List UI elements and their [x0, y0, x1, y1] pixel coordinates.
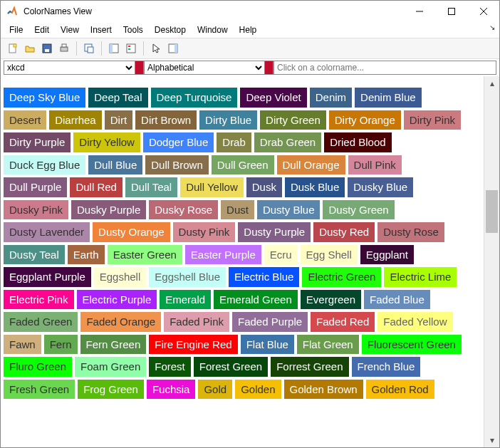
color-swatch[interactable]: Drab — [217, 132, 251, 152]
legend-button[interactable] — [123, 41, 139, 56]
color-swatch[interactable]: Faded Yellow — [377, 312, 452, 332]
color-swatch[interactable]: Dirty Yellow — [73, 132, 140, 152]
color-swatch[interactable]: Flat Blue — [241, 335, 294, 355]
color-swatch[interactable]: Faded Orange — [80, 312, 161, 332]
color-swatch[interactable]: Forest Green — [194, 357, 268, 377]
color-swatch[interactable]: Dusty Orange — [93, 222, 170, 242]
menu-tools[interactable]: Tools — [118, 23, 149, 37]
status-input[interactable] — [274, 61, 496, 75]
menu-edit[interactable]: Edit — [28, 23, 55, 37]
scroll-up-icon[interactable]: ▴ — [484, 76, 499, 90]
color-swatch[interactable]: Electric Lime — [384, 267, 457, 287]
color-swatch[interactable]: Electric Purple — [77, 290, 157, 310]
color-swatch[interactable]: Dirt Brown — [135, 110, 197, 130]
color-swatch[interactable]: Eggshell — [94, 267, 147, 287]
color-swatch[interactable]: Dirt — [105, 110, 132, 130]
menu-desktop[interactable]: Desktop — [149, 23, 192, 37]
color-swatch[interactable]: Dusky Rose — [149, 200, 218, 220]
color-swatch[interactable]: Frog Green — [78, 380, 144, 400]
color-swatch[interactable]: Dusty Green — [323, 200, 394, 220]
color-swatch[interactable]: Flat Green — [297, 335, 359, 355]
color-swatch[interactable]: Forest — [149, 357, 191, 377]
color-swatch[interactable]: Dirty Blue — [199, 110, 257, 130]
color-swatch[interactable]: Denim Blue — [355, 88, 422, 108]
color-swatch[interactable]: Dull Brown — [145, 155, 209, 175]
color-swatch[interactable]: Eggplant — [360, 245, 414, 265]
color-swatch[interactable]: Foam Green — [75, 357, 146, 377]
color-swatch[interactable]: Dodger Blue — [143, 132, 214, 152]
print-button[interactable] — [56, 41, 72, 56]
color-swatch[interactable]: Emerald Green — [214, 290, 298, 310]
color-swatch[interactable]: Diarrhea — [49, 110, 102, 130]
color-swatch[interactable]: Fern Green — [80, 335, 147, 355]
toolbar-overflow-icon[interactable]: ↘ — [489, 24, 495, 31]
color-swatch[interactable]: Desert — [4, 110, 46, 130]
color-swatch[interactable]: Dull Orange — [277, 155, 345, 175]
color-swatch[interactable]: Fresh Green — [4, 380, 75, 400]
color-swatch[interactable]: Dusty Red — [313, 222, 375, 242]
color-swatch[interactable]: Dusk Blue — [285, 177, 345, 197]
color-swatch[interactable]: Deep Sky Blue — [4, 88, 85, 108]
color-swatch[interactable]: Dusk — [246, 177, 282, 197]
palette-select[interactable]: xkcd — [4, 61, 135, 75]
color-swatch[interactable]: Fawn — [4, 335, 41, 355]
color-swatch[interactable]: Faded Purple — [232, 312, 308, 332]
color-swatch[interactable]: Electric Pink — [4, 290, 74, 310]
color-swatch[interactable]: Dirty Pink — [404, 110, 461, 130]
color-swatch[interactable]: Deep Violet — [240, 88, 306, 108]
save-button[interactable] — [39, 41, 55, 56]
sort-select[interactable]: Alphabetical — [144, 61, 265, 75]
color-swatch[interactable]: Golden Rod — [366, 380, 434, 400]
color-swatch[interactable]: French Blue — [352, 357, 421, 377]
color-swatch[interactable]: Egg Shell — [301, 245, 358, 265]
color-swatch[interactable]: Faded Pink — [164, 312, 229, 332]
color-swatch[interactable]: Electric Green — [302, 267, 381, 287]
color-swatch[interactable]: Fire Engine Red — [149, 335, 237, 355]
color-swatch[interactable]: Faded Green — [4, 312, 78, 332]
color-swatch[interactable]: Gold — [198, 380, 232, 400]
color-swatch[interactable]: Dull Blue — [88, 155, 142, 175]
color-swatch[interactable]: Dusky Pink — [4, 200, 68, 220]
vertical-scrollbar[interactable]: ▴ ▾ — [484, 76, 499, 447]
color-swatch[interactable]: Dull Pink — [348, 155, 402, 175]
menu-file[interactable]: File — [4, 23, 28, 37]
maximize-button[interactable] — [435, 1, 467, 22]
color-swatch[interactable]: Deep Teal — [88, 88, 147, 108]
dock-button[interactable] — [81, 41, 97, 56]
color-swatch[interactable]: Dust — [221, 200, 254, 220]
color-swatch[interactable]: Evergreen — [301, 290, 361, 310]
menu-insert[interactable]: Insert — [85, 23, 118, 37]
color-swatch[interactable]: Deep Turquoise — [151, 88, 238, 108]
color-swatch[interactable]: Eggshell Blue — [149, 267, 226, 287]
color-swatch[interactable]: Dull Yellow — [180, 177, 244, 197]
color-swatch[interactable]: Dusty Blue — [257, 200, 321, 220]
color-swatch[interactable]: Dirty Orange — [329, 110, 401, 130]
color-swatch[interactable]: Fuchsia — [147, 380, 196, 400]
color-swatch[interactable]: Dirty Green — [260, 110, 326, 130]
color-swatch[interactable]: Drab Green — [254, 132, 321, 152]
color-swatch[interactable]: Dried Blood — [324, 132, 391, 152]
color-swatch[interactable]: Dirty Purple — [4, 132, 71, 152]
color-swatch[interactable]: Dusty Pink — [173, 222, 236, 242]
color-swatch[interactable]: Emerald — [160, 290, 211, 310]
color-swatch[interactable]: Easter Green — [108, 245, 182, 265]
colorbar-button[interactable] — [165, 41, 181, 56]
menu-window[interactable]: Window — [192, 23, 234, 37]
color-swatch[interactable]: Faded Red — [311, 312, 375, 332]
color-swatch[interactable]: Dusty Lavender — [4, 222, 90, 242]
color-swatch[interactable]: Eggplant Purple — [4, 267, 91, 287]
color-swatch[interactable]: Earth — [68, 245, 105, 265]
color-swatch[interactable]: Dull Teal — [125, 177, 177, 197]
color-swatch[interactable]: Fluro Green — [4, 357, 72, 377]
new-file-button[interactable] — [5, 41, 21, 56]
minimize-button[interactable] — [403, 1, 435, 22]
scroll-down-icon[interactable]: ▾ — [484, 433, 499, 447]
color-swatch[interactable]: Dull Green — [212, 155, 274, 175]
color-swatch[interactable]: Dusty Purple — [238, 222, 311, 242]
color-swatch[interactable]: Electric Blue — [229, 267, 299, 287]
open-file-button[interactable] — [22, 41, 38, 56]
close-button[interactable] — [467, 1, 499, 22]
color-swatch[interactable]: Easter Purple — [185, 245, 261, 265]
color-swatch[interactable]: Dull Red — [70, 177, 123, 197]
color-swatch[interactable]: Duck Egg Blue — [4, 155, 85, 175]
